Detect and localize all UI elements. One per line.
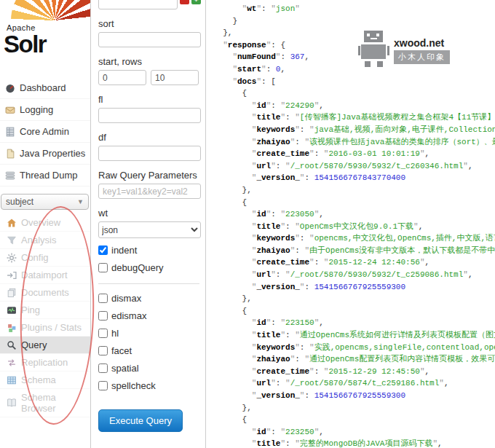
dismax-row: dismax	[98, 293, 201, 304]
indent-label: indent	[111, 245, 137, 256]
spatial-label: spatial	[111, 363, 139, 374]
core-nav-item-dataimport[interactable]: Dataimport	[0, 267, 90, 284]
dismax-checkbox[interactable]	[98, 294, 108, 303]
main-nav: Dashboard Logging Core Admin Java Proper…	[0, 77, 90, 186]
logo-product: Solr	[4, 31, 46, 58]
debugquery-label: debugQuery	[111, 262, 164, 273]
json-output: "wt": "json" } }, "response": { "numFoun…	[213, 3, 495, 448]
funnel-icon	[7, 235, 17, 245]
hl-checkbox[interactable]	[98, 329, 108, 338]
nav-item-dashboard[interactable]: Dashboard	[0, 77, 90, 99]
nav-item-core-admin[interactable]: Core Admin	[0, 121, 90, 143]
core-nav-label: Overview	[21, 217, 60, 228]
core-nav-label: Replication	[21, 357, 68, 368]
execute-query-button[interactable]: Execute Query	[98, 409, 183, 432]
core-nav-item-schema-browser[interactable]: Schema Browser	[0, 389, 90, 417]
core-nav-label: Analysis	[21, 235, 56, 245]
sort-input[interactable]	[98, 32, 201, 47]
watermark-text: xwood.net 小木人印象	[394, 37, 450, 68]
edismax-label: edismax	[111, 310, 146, 321]
facet-label: facet	[111, 345, 132, 356]
wt-select[interactable]: json	[98, 221, 201, 238]
core-nav-item-plugins-stats[interactable]: Plugins / Stats	[0, 319, 90, 337]
raw-query-params-input[interactable]	[98, 184, 201, 199]
edismax-row: edismax	[98, 310, 201, 321]
core-nav-item-documents[interactable]: Documents	[0, 284, 90, 302]
core-nav-item-config[interactable]: Config	[0, 249, 90, 267]
df-input[interactable]	[98, 146, 201, 161]
dismax-label: dismax	[111, 293, 141, 304]
nav-label: Logging	[20, 104, 53, 115]
sync-arrows-icon	[7, 358, 17, 368]
start-input[interactable]	[98, 70, 146, 85]
core-nav-label: Schema Browser	[21, 392, 87, 414]
core-nav-label: Schema	[21, 374, 56, 385]
robot-icon	[358, 29, 390, 68]
start-rows-row	[98, 70, 201, 85]
core-selector[interactable]: subject ▼	[1, 194, 89, 210]
edismax-checkbox[interactable]	[98, 311, 108, 321]
remove-fq-button[interactable]: −	[180, 0, 189, 4]
core-nav-label: Config	[21, 252, 49, 263]
form-divider	[98, 283, 199, 284]
facet-checkbox[interactable]	[98, 346, 108, 355]
blocks-icon	[7, 323, 17, 333]
fq-row: − +	[98, 0, 201, 9]
rows-input[interactable]	[151, 70, 199, 85]
sidebar: Apache Solr Dashboard Logging Core Admin…	[0, 0, 91, 448]
spellcheck-row: spellcheck	[98, 380, 201, 391]
watermark: xwood.net 小木人印象	[358, 29, 450, 68]
core-nav-item-ping[interactable]: Ping	[0, 302, 90, 319]
raw-query-params-label: Raw Query Parameters	[98, 170, 201, 181]
core-nav-label: Dataimport	[21, 270, 68, 280]
dashboard-icon	[5, 83, 15, 93]
book-icon	[7, 398, 17, 408]
gear-icon	[7, 253, 17, 263]
indent-row: indent	[98, 245, 201, 256]
nav-label: Dashboard	[20, 82, 66, 93]
spellcheck-label: spellcheck	[111, 380, 156, 391]
import-arrow-icon	[7, 270, 17, 280]
core-nav-item-analysis[interactable]: Analysis	[0, 232, 90, 249]
watermark-site: xwood.net	[394, 37, 450, 49]
df-label: df	[98, 132, 201, 143]
spellcheck-checkbox[interactable]	[98, 381, 108, 390]
grid-icon	[5, 127, 15, 137]
magnifier-icon	[7, 340, 17, 350]
chevron-down-icon: ▼	[77, 198, 84, 205]
hl-label: hl	[111, 328, 119, 339]
indent-checkbox[interactable]	[98, 245, 108, 255]
fl-label: fl	[98, 94, 201, 105]
add-fq-button[interactable]: +	[191, 0, 201, 4]
solr-logo: Apache Solr	[0, 0, 90, 74]
nav-item-thread-dump[interactable]: Thread Dump	[0, 165, 90, 186]
page-icon	[5, 149, 15, 159]
spatial-checkbox[interactable]	[98, 363, 108, 373]
debugquery-row: debugQuery	[98, 262, 201, 273]
nav-label: Thread Dump	[20, 170, 77, 181]
core-nav-item-schema[interactable]: Schema	[0, 372, 90, 389]
home-icon	[7, 218, 17, 228]
nav-item-java-properties[interactable]: Java Properties	[0, 143, 90, 165]
sort-label: sort	[98, 18, 201, 29]
nav-item-logging[interactable]: Logging	[0, 99, 90, 121]
fq-input[interactable]	[98, 0, 178, 9]
results-panel: "wt": "json" } }, "response": { "numFoun…	[207, 0, 495, 448]
terminal-pulse-icon	[7, 305, 17, 315]
debugquery-checkbox[interactable]	[98, 263, 108, 272]
core-nav-label: Query	[21, 339, 47, 350]
hl-row: hl	[98, 328, 201, 339]
nav-label: Core Admin	[20, 126, 69, 137]
spatial-row: spatial	[98, 363, 201, 374]
core-nav-item-overview[interactable]: Overview	[0, 214, 90, 232]
core-selector-value: subject	[6, 197, 33, 207]
documents-icon	[7, 288, 17, 298]
fl-input[interactable]	[98, 108, 201, 123]
core-nav: Overview Analysis Config Dataimport Docu…	[0, 214, 90, 417]
core-nav-item-replication[interactable]: Replication	[0, 354, 90, 372]
core-nav-item-query[interactable]: Query	[0, 337, 90, 354]
stack-lines-icon	[5, 170, 15, 181]
mail-icon	[5, 105, 15, 115]
table-icon	[7, 375, 17, 385]
nav-label: Java Properties	[20, 148, 85, 159]
